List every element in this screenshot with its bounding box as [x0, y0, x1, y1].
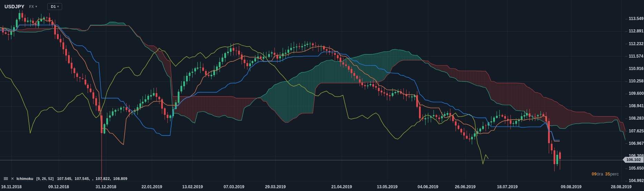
indicator-legend: ✕ Ichimoku [9, 26, 52] 107.545, 107.545,…	[3, 177, 127, 181]
indicator-remove-icon[interactable]: ✕	[10, 177, 15, 181]
market-selector[interactable]: FX ▾	[29, 5, 37, 9]
last-price-tag: 106.102	[625, 157, 644, 163]
indicator-params: [9, 26, 52]	[36, 177, 53, 181]
countdown-hours: 09	[592, 172, 597, 177]
market-label: FX	[29, 5, 34, 9]
indicator-name: Ichimoku	[17, 177, 33, 181]
bar-close-countdown: 09óra35perc	[592, 172, 619, 177]
chevron-down-icon: ▾	[57, 5, 59, 8]
indicator-settings-icon[interactable]	[3, 177, 8, 181]
countdown-minutes-unit: perc	[610, 172, 619, 177]
price-chart-canvas[interactable]	[0, 0, 644, 191]
chart-toolbar: USDJPY FX ▾ D1 ▾	[4, 3, 62, 10]
indicator-values: 107.545, 107.545, , 107.822, 108.809	[57, 177, 127, 181]
symbol-label[interactable]: USDJPY	[4, 4, 25, 9]
countdown-minutes: 35	[605, 172, 610, 177]
chevron-down-icon: ▾	[35, 5, 37, 8]
timeframe-selector[interactable]: D1 ▾	[47, 3, 62, 10]
timeframe-label: D1	[51, 4, 56, 9]
countdown-hours-unit: óra	[597, 172, 603, 177]
trading-chart-window: USDJPY FX ▾ D1 ▾ ✕ Ichimoku [9, 26, 52] …	[0, 0, 644, 191]
